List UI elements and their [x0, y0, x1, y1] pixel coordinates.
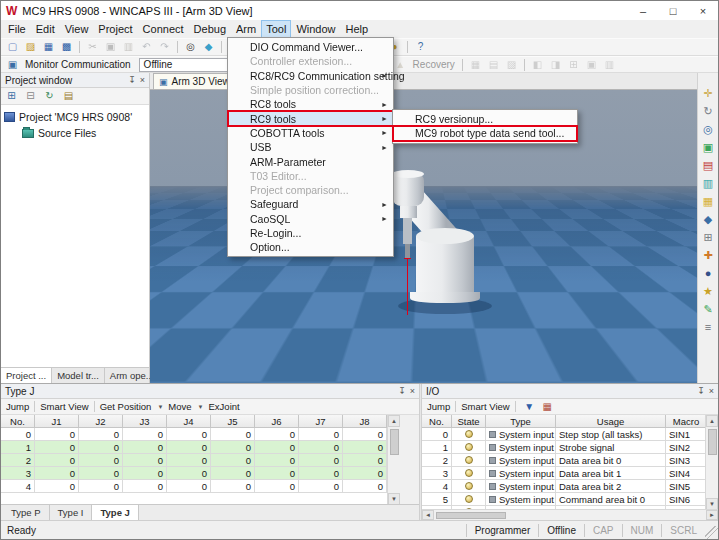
io-row[interactable]: 3System inputData area bit 1SIN4 [422, 467, 707, 480]
io-type-cell[interactable]: System input [486, 480, 556, 493]
io-usage-cell[interactable]: Data area bit 2 [556, 480, 666, 493]
rc9-submenu-item-rc9-versionup[interactable]: RC9 versionup... [393, 112, 577, 126]
typej-row[interactable]: 400000000 [1, 480, 387, 493]
menubar-edit[interactable]: Edit [31, 20, 60, 38]
tab-type-p[interactable]: Type P [3, 505, 50, 520]
flange-marker-icon[interactable]: ✚ [700, 247, 717, 263]
typej-cell-j3[interactable]: 0 [123, 428, 167, 441]
io-row[interactable]: 5System inputCommand area bit 0SIN6 [422, 493, 707, 506]
remove-file-icon[interactable]: ⊟ [22, 89, 39, 104]
camera-view-icon[interactable]: ● [700, 265, 717, 281]
tool-menu-item-arm-parameter[interactable]: ARM-Parameter [228, 154, 393, 168]
add-file-icon[interactable]: ⊞ [3, 89, 20, 104]
scrollbar-thumb[interactable] [390, 429, 399, 455]
menubar-window[interactable]: Window [291, 20, 340, 38]
typej-cell-j5[interactable]: 0 [211, 467, 255, 480]
typej-cell-j8[interactable]: 0 [343, 454, 387, 467]
typej-cell-j3[interactable]: 0 [123, 441, 167, 454]
side-view-icon[interactable]: ▦ [700, 193, 717, 209]
typej-cell-j1[interactable]: 0 [35, 467, 79, 480]
typej-cell-j5[interactable]: 0 [211, 454, 255, 467]
io-row[interactable]: 4System inputData area bit 2SIN5 [422, 480, 707, 493]
open-project-icon[interactable]: ▨ [22, 40, 39, 55]
typej-cell-j7[interactable]: 0 [299, 428, 343, 441]
menubar-project[interactable]: Project [93, 20, 137, 38]
typej-row[interactable]: 000000000 [1, 428, 387, 441]
typej-cell-j5[interactable]: 0 [211, 480, 255, 493]
io-macro-cell[interactable]: SIN4 [666, 467, 707, 480]
io-usage-cell[interactable]: Data area bit 1 [556, 467, 666, 480]
typej-cell-j7[interactable]: 0 [299, 441, 343, 454]
pin-icon[interactable]: ↧ [398, 387, 406, 396]
scroll-left-button[interactable]: ◄ [422, 510, 434, 520]
tool-menu-item-usb[interactable]: USB► [228, 140, 393, 154]
io-state-cell[interactable] [452, 480, 486, 493]
smart-view-button[interactable]: Smart View [461, 401, 509, 412]
iso-view-icon[interactable]: ◆ [700, 211, 717, 227]
typej-cell-j3[interactable]: 0 [123, 467, 167, 480]
tool-menu-item-safeguard[interactable]: Safeguard► [228, 197, 393, 211]
io-state-cell[interactable] [452, 428, 486, 441]
pin-icon[interactable]: ↧ [128, 76, 136, 85]
scroll-down-button[interactable]: ▼ [388, 493, 400, 504]
io-macro-cell[interactable]: SIN2 [666, 441, 707, 454]
tree-node-project-root[interactable]: Project 'MC9 HRS 0908' [4, 109, 146, 125]
io-usage-cell[interactable]: Command area bit 1 [556, 506, 666, 509]
refresh-tree-icon[interactable]: ↻ [41, 89, 58, 104]
new-project-icon[interactable]: ▢ [4, 40, 21, 55]
io-state-cell[interactable] [452, 467, 486, 480]
maximize-button[interactable]: □ [658, 1, 688, 20]
close-button[interactable]: × [688, 1, 718, 20]
io-usage-cell[interactable]: Command area bit 0 [556, 493, 666, 506]
light-toggle-icon[interactable]: ★ [700, 283, 717, 299]
scroll-down-button[interactable]: ▼ [706, 498, 718, 509]
tool-menu-item-caosql[interactable]: CaoSQL► [228, 212, 393, 226]
io-type-cell[interactable]: System input [486, 441, 556, 454]
tool-menu-item-dio-command-viewer[interactable]: DIO Command Viewer... [228, 40, 393, 54]
tab-type-j[interactable]: Type J [92, 505, 138, 520]
move-button[interactable]: Move [168, 401, 191, 412]
typej-cell-j4[interactable]: 0 [167, 480, 211, 493]
typej-row[interactable]: 100000000 [1, 441, 387, 454]
typej-cell-j6[interactable]: 0 [255, 480, 299, 493]
tool-menu-item-cobotta-tools[interactable]: COBOTTA tools► [228, 126, 393, 140]
typej-cell-j4[interactable]: 0 [167, 441, 211, 454]
menubar-help[interactable]: Help [341, 20, 374, 38]
typej-cell-j2[interactable]: 0 [79, 480, 123, 493]
front-view-icon[interactable]: ▤ [700, 157, 717, 173]
typej-cell-j5[interactable]: 0 [211, 441, 255, 454]
typej-cell-j4[interactable]: 0 [167, 454, 211, 467]
typej-cell-j1[interactable]: 0 [35, 441, 79, 454]
top-view-icon[interactable]: ▥ [700, 175, 717, 191]
io-row[interactable]: 1System inputStrobe signalSIN2 [422, 441, 707, 454]
jump-button[interactable]: Jump [6, 401, 29, 412]
chevron-down-icon[interactable]: ▼ [198, 404, 204, 410]
typej-cell-j6[interactable]: 0 [255, 428, 299, 441]
typej-cell-j1[interactable]: 0 [35, 428, 79, 441]
tool-menu-item-rc8-rc9-communication-setting[interactable]: RC8/RC9 Communication setting► [228, 69, 393, 83]
typej-cell-j6[interactable]: 0 [255, 467, 299, 480]
tool-menu-item-rc8-tools[interactable]: RC8 tools► [228, 97, 393, 111]
io-usage-cell[interactable]: Data area bit 0 [556, 454, 666, 467]
typej-cell-j8[interactable]: 0 [343, 480, 387, 493]
typej-cell-j5[interactable]: 0 [211, 428, 255, 441]
typej-cell-j3[interactable]: 0 [123, 454, 167, 467]
close-icon[interactable]: × [140, 76, 145, 85]
io-row[interactable]: 2System inputData area bit 0SIN3 [422, 454, 707, 467]
tool-menu-item-option[interactable]: Option... [228, 240, 393, 254]
help-icon[interactable]: ? [412, 40, 429, 55]
menubar-debug[interactable]: Debug [189, 20, 231, 38]
typej-cell-j1[interactable]: 0 [35, 480, 79, 493]
typej-cell-j1[interactable]: 0 [35, 454, 79, 467]
resize-grip[interactable] [705, 526, 718, 539]
io-state-cell[interactable] [452, 493, 486, 506]
io-macro-cell[interactable]: SIN5 [666, 480, 707, 493]
io-macro-cell[interactable]: SIN7 [666, 506, 707, 509]
typej-cell-j4[interactable]: 0 [167, 428, 211, 441]
rotate-view-icon[interactable]: ↻ [700, 103, 717, 119]
tool-menu-item-re-login[interactable]: Re-Login... [228, 226, 393, 240]
typej-cell-j4[interactable]: 0 [167, 467, 211, 480]
tree-node-source-files[interactable]: Source Files [4, 125, 146, 141]
io-state-cell[interactable] [452, 454, 486, 467]
find-icon[interactable]: ◎ [182, 40, 199, 55]
